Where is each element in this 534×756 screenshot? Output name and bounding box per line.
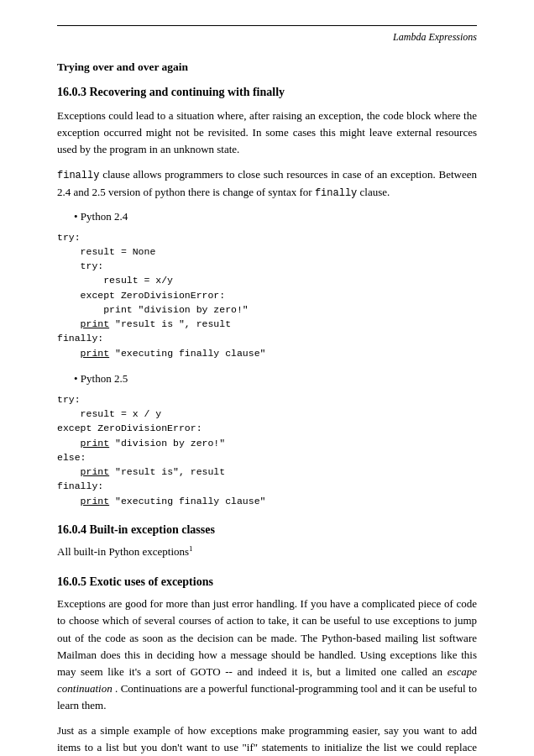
code-block-python-2-5: try: result = x / y except ZeroDivisionE…	[57, 392, 477, 508]
finally-inline-2: finally	[315, 187, 357, 199]
bullet-label-2-5: Python 2.5	[81, 372, 128, 385]
paragraph-16-0-5-2: Just as a simple example of how exceptio…	[57, 722, 477, 756]
paragraph-16-0-3-1: Exceptions could lead to a situation whe…	[57, 108, 477, 158]
bullet-label-2-4: Python 2.4	[81, 210, 128, 223]
paragraph-16-0-5-1: Exceptions are good for more than just e…	[57, 596, 477, 714]
header-rule	[57, 25, 477, 26]
page: Lambda Expressions Trying over and over …	[0, 0, 534, 756]
escape-continuation-italic: escape continuation	[57, 665, 477, 695]
subsection-heading-16-0-4: 16.0.4 Built-in exception classes	[57, 523, 477, 537]
bullet-python-2-4: • Python 2.4	[74, 210, 477, 223]
header-title: Lambda Expressions	[57, 31, 477, 44]
section-title: Trying over and over again	[57, 60, 477, 74]
subsection-heading-16-0-3: 16.0.3 Recovering and continuing with fi…	[57, 86, 477, 99]
paragraph-16-0-4-1: All built-in Python exceptions1	[57, 543, 477, 560]
footnote-ref-1: 1	[189, 544, 193, 553]
subsection-heading-16-0-5: 16.0.5 Exotic uses of exceptions	[57, 575, 477, 589]
built-in-text: All built-in Python exceptions	[57, 545, 189, 558]
paragraph-16-0-3-2: finally clause allows programmers to clo…	[57, 166, 477, 201]
bullet-python-2-5: • Python 2.5	[74, 372, 477, 386]
code-block-python-2-4: try: result = None try: result = x/y exc…	[57, 230, 477, 360]
finally-inline-1: finally	[57, 170, 99, 181]
